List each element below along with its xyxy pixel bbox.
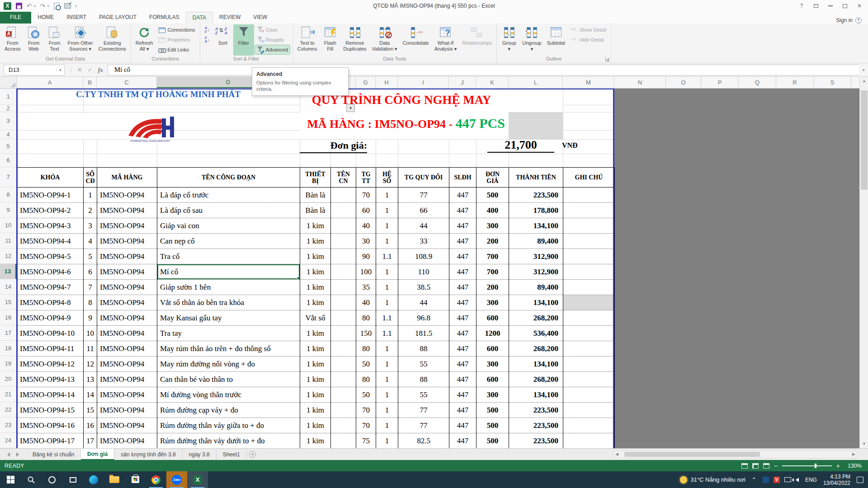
- table-cell[interactable]: [331, 433, 356, 449]
- new-sheet-button[interactable]: +: [247, 449, 259, 460]
- table-cell[interactable]: [331, 387, 356, 403]
- row-header-15[interactable]: 15: [0, 295, 16, 310]
- ribbon-button-connections[interactable]: Connections: [156, 25, 197, 34]
- table-cell[interactable]: 223,500: [509, 403, 563, 418]
- table-cell[interactable]: IM5NO-OP94: [97, 357, 157, 372]
- ribbon-button-from-other-sources[interactable]: From Other Sources ▾: [65, 24, 95, 56]
- ribbon-options-button[interactable]: [809, 1, 823, 11]
- table-cell[interactable]: IM5NO-OP94-1: [17, 188, 84, 203]
- table-cell[interactable]: 447: [449, 418, 476, 433]
- formula-input[interactable]: Mí cổ: [108, 65, 859, 75]
- ribbon-button-text-to-columns[interactable]: Text to Columns: [295, 24, 320, 56]
- table-cell[interactable]: 3: [84, 218, 97, 234]
- ribbon-button-from-text[interactable]: From Text: [44, 24, 65, 56]
- table-cell[interactable]: 7: [84, 280, 97, 295]
- name-box-dropdown-icon[interactable]: ▾: [56, 68, 64, 72]
- column-header-o[interactable]: O: [666, 77, 701, 88]
- table-cell[interactable]: 447: [449, 234, 476, 249]
- insert-function-icon[interactable]: fx: [98, 66, 103, 74]
- ribbon-button-existing-connections[interactable]: Existing Connections: [96, 24, 129, 56]
- row-header-5[interactable]: 5: [0, 139, 16, 154]
- expand-formula-bar-icon[interactable]: ▾: [859, 68, 868, 72]
- table-cell[interactable]: 12: [84, 357, 97, 372]
- table-cell[interactable]: 447: [449, 188, 476, 203]
- table-cell[interactable]: [563, 310, 615, 326]
- column-header-cell[interactable]: SLĐH: [449, 168, 476, 188]
- table-cell[interactable]: [563, 280, 615, 295]
- table-cell[interactable]: 1 kim: [300, 341, 331, 357]
- table-cell[interactable]: 1 kim: [300, 218, 331, 234]
- table-cell[interactable]: [331, 295, 356, 310]
- row-header-8[interactable]: 8: [0, 187, 16, 202]
- table-cell[interactable]: [331, 280, 356, 295]
- table-cell[interactable]: 1 kim: [300, 372, 331, 387]
- table-cell[interactable]: 1 kim: [300, 387, 331, 403]
- table-cell[interactable]: 500: [476, 433, 509, 449]
- table-cell[interactable]: 268,200: [509, 341, 563, 357]
- table-cell[interactable]: Rúm đường cạp váy + đo: [157, 403, 300, 418]
- table-cell[interactable]: 1 kim: [300, 295, 331, 310]
- table-cell[interactable]: 1: [376, 203, 398, 218]
- zoom-out-icon[interactable]: −: [774, 463, 778, 469]
- table-cell[interactable]: 1 kim: [300, 280, 331, 295]
- taskbar-edge-icon[interactable]: [83, 471, 104, 488]
- column-header-i[interactable]: I: [398, 77, 449, 88]
- table-cell[interactable]: IM5NO-OP94: [97, 418, 157, 433]
- table-cell[interactable]: [563, 326, 615, 341]
- table-cell[interactable]: [563, 234, 615, 249]
- tray-expand-icon[interactable]: ⌃: [752, 477, 756, 483]
- table-cell[interactable]: 33: [398, 234, 449, 249]
- table-cell[interactable]: 1: [376, 387, 398, 403]
- ribbon-button-remove-duplicates[interactable]: →Remove Duplicates: [340, 24, 369, 56]
- column-header-cell[interactable]: TÊN CN: [331, 168, 356, 188]
- column-header-n[interactable]: N: [614, 77, 666, 88]
- table-cell[interactable]: 134,100: [509, 218, 563, 234]
- table-cell[interactable]: 1.1: [376, 310, 398, 326]
- table-cell[interactable]: IM5NO-OP94: [97, 280, 157, 295]
- table-cell[interactable]: Là đáp cổ sau: [157, 203, 300, 218]
- table-cell[interactable]: 9: [84, 310, 97, 326]
- table-cell[interactable]: 2: [84, 203, 97, 218]
- tray-display-icon[interactable]: [784, 477, 791, 482]
- weather-widget[interactable]: 31°C Nắng nhiều nơi: [680, 476, 745, 483]
- sheet-tab-s-n-l-ng-t-nh-n-3-8[interactable]: sản lượng tính đến 3.8: [114, 449, 182, 460]
- table-cell[interactable]: 1.1: [376, 326, 398, 341]
- column-header-cell[interactable]: SỐ CĐ: [84, 168, 97, 188]
- table-cell[interactable]: IM5NO-OP94: [97, 234, 157, 249]
- table-cell[interactable]: 1 kim: [300, 249, 331, 264]
- table-cell[interactable]: 447: [449, 280, 476, 295]
- row-header-23[interactable]: 23: [0, 418, 16, 433]
- table-cell[interactable]: 96.8: [398, 310, 449, 326]
- table-cell[interactable]: 700: [476, 264, 509, 280]
- table-cell[interactable]: 300: [476, 387, 509, 403]
- sheet-tab-ng-y-3-8[interactable]: ngày 3.8: [183, 449, 217, 460]
- table-cell[interactable]: 1200: [476, 326, 509, 341]
- table-cell[interactable]: 80: [356, 341, 376, 357]
- tab-home[interactable]: HOME: [31, 12, 60, 23]
- table-cell[interactable]: IM5NO-OP94: [97, 203, 157, 218]
- sheet-tab-b-ng-k-sl-chu-n[interactable]: Bảng kê sl chuẩn: [26, 449, 81, 460]
- ribbon-button-refresh-all[interactable]: Refresh All ▾: [133, 24, 156, 56]
- table-cell[interactable]: 178,800: [509, 203, 563, 218]
- table-cell[interactable]: Bàn là: [300, 203, 331, 218]
- table-cell[interactable]: 55: [398, 357, 449, 372]
- column-header-g[interactable]: G: [356, 77, 376, 88]
- table-cell[interactable]: IM5NO-OP94: [97, 264, 157, 280]
- table-cell[interactable]: 181.5: [398, 326, 449, 341]
- table-cell[interactable]: 1: [84, 188, 97, 203]
- table-cell[interactable]: 447: [449, 249, 476, 264]
- row-header-21[interactable]: 21: [0, 387, 16, 402]
- table-cell[interactable]: IM5NO-OP94: [97, 310, 157, 326]
- column-header-c[interactable]: C: [97, 77, 157, 88]
- table-cell[interactable]: 35: [356, 280, 376, 295]
- table-cell[interactable]: IM5NO-OP94-3: [17, 218, 84, 234]
- table-cell[interactable]: 108.9: [398, 249, 449, 264]
- table-cell[interactable]: 536,400: [509, 326, 563, 341]
- table-cell[interactable]: Tra tay: [157, 326, 300, 341]
- table-cell[interactable]: [331, 326, 356, 341]
- ribbon-button-consolidate[interactable]: Consolidate: [400, 24, 432, 56]
- column-header-b[interactable]: B: [83, 77, 97, 88]
- table-cell[interactable]: 150: [356, 326, 376, 341]
- table-cell[interactable]: [331, 310, 356, 326]
- table-cell[interactable]: 50: [356, 357, 376, 372]
